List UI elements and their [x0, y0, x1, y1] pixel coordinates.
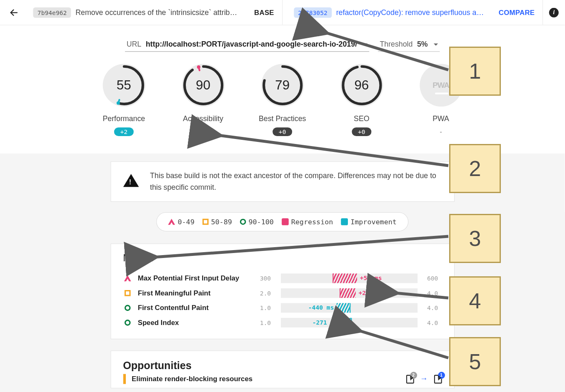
triangle-icon [124, 272, 131, 281]
legend-regression: Regression [291, 218, 333, 226]
opportunity-row[interactable]: Eliminate render-blocking resources 2 → … [123, 372, 442, 386]
gauge-delta: +2 [114, 127, 134, 136]
square-icon [202, 219, 209, 225]
gauge-delta: +0 [352, 127, 371, 136]
svg-line-3 [118, 100, 119, 103]
metric-high: 600 [423, 275, 442, 282]
badge-count: 2 [410, 372, 417, 379]
compare-commit[interactable]: 2f783052 refactor(CopyCode): remove supe… [282, 0, 543, 25]
metric-row[interactable]: First Contentful Paint 1.0 -440 ms 4.0 [123, 300, 442, 315]
metric-delta: +56 ms [360, 274, 382, 281]
metric-high: 4.0 [423, 305, 442, 312]
gauge-seo[interactable]: 96SEO+0 [338, 64, 385, 136]
legend: 0-49 50-89 90-100 Regression Improvement [156, 212, 408, 231]
topbar: 7b94e962 Remove occurrences of the `intr… [0, 0, 565, 25]
metric-delta: -271 ms [312, 319, 338, 326]
metric-row[interactable]: First Meaningful Paint 2.0 +209 ms 4.0 [123, 286, 442, 301]
triangle-icon [168, 215, 175, 225]
legend-0-49: 0-49 [178, 218, 194, 226]
gauge-score: 55 [117, 78, 131, 93]
warning-icon [123, 166, 139, 187]
gauge-delta: -8 [193, 127, 213, 136]
threshold-value: 5% [417, 40, 428, 49]
svg-line-6 [198, 67, 199, 70]
metric-name: Max Potential First Input Delay [138, 274, 250, 282]
square-icon [124, 290, 130, 296]
metric-delta: -440 ms [308, 304, 334, 311]
metric-low: 300 [256, 275, 275, 282]
gauge-delta: - [433, 127, 449, 136]
gauge-best-practices[interactable]: 79Best Practices+0 [258, 64, 306, 136]
metric-bar: +56 ms [281, 273, 418, 283]
notice-text: This base build is not the exact ancesto… [150, 171, 442, 193]
badge-count: 1 [438, 372, 445, 379]
gauge-label: PWA [432, 114, 449, 123]
metrics-card: Metrics Max Potential First Input Delay … [110, 243, 455, 339]
info-icon[interactable]: i [549, 7, 559, 17]
metric-high: 4.0 [423, 290, 442, 297]
url-value: http://localhost:PORT/javascript-and-goo… [146, 40, 357, 49]
chevron-down-icon [434, 43, 438, 47]
gauge-performance[interactable]: 55Performance+2 [100, 64, 148, 136]
circle-icon [124, 305, 130, 311]
square-icon [123, 374, 125, 384]
metric-name: First Contentful Paint [138, 304, 250, 312]
threshold-label: Threshold [380, 40, 412, 49]
metric-low: 1.0 [256, 319, 275, 326]
metric-low: 2.0 [256, 290, 275, 297]
metric-name: Speed Index [138, 319, 250, 327]
metric-row[interactable]: Speed Index 1.0 -271 ms 4.0 [123, 315, 442, 330]
regression-swatch [282, 218, 289, 226]
opportunities-title: Opportunities [123, 360, 442, 372]
score-gauges: 55Performance+290Accessibility-879Best P… [0, 64, 565, 136]
legend-improvement: Improvement [350, 218, 397, 226]
improvement-swatch [341, 218, 348, 226]
gauge-score: 90 [196, 78, 210, 93]
gauge-score: 79 [275, 78, 290, 93]
compare-hash: 2f783052 [294, 7, 332, 17]
gauge-accessibility[interactable]: 90Accessibility-8 [179, 64, 227, 136]
base-hash: 7b94e962 [33, 7, 71, 17]
open-report-icon[interactable]: 1 [434, 375, 442, 383]
circle-icon [240, 219, 246, 225]
threshold-selector[interactable]: Threshold 5% [378, 40, 440, 52]
gauge-score: 96 [354, 78, 369, 93]
metric-bar: -271 ms [281, 318, 418, 327]
url-selector[interactable]: URL http://localhost:PORT/javascript-and… [125, 40, 370, 52]
pwa-icon: PWA [432, 81, 449, 90]
chevron-down-icon [363, 43, 368, 47]
metrics-title: Metrics [123, 253, 442, 264]
gauge-label: Accessibility [183, 114, 223, 123]
legend-50-89: 50-89 [211, 218, 232, 226]
metric-bar: -440 ms [281, 303, 418, 313]
metric-low: 1.0 [256, 305, 275, 312]
opportunities-card: Opportunities Eliminate render-blocking … [110, 350, 455, 388]
metric-bar: +209 ms [281, 288, 418, 298]
notice-card: This base build is not the exact ancesto… [110, 161, 455, 202]
url-label: URL [127, 40, 142, 49]
open-report-icon[interactable]: 2 [406, 375, 414, 383]
gauge-label: Performance [102, 114, 145, 123]
compare-message: refactor(CopyCode): remove superfluous a… [336, 8, 495, 17]
gauge-delta: +0 [272, 127, 292, 136]
gauge-label: Best Practices [259, 114, 306, 123]
compare-role: COMPARE [499, 8, 535, 16]
legend-90-100: 90-100 [248, 218, 273, 226]
metric-row[interactable]: Max Potential First Input Delay 300 +56 … [123, 271, 442, 286]
metric-delta: +209 ms [359, 289, 385, 296]
metric-high: 4.0 [423, 319, 442, 326]
base-commit[interactable]: 7b94e962 Remove occurrences of the `intr… [22, 0, 282, 25]
back-button[interactable] [6, 5, 22, 20]
opportunity-name: Eliminate render-blocking resources [132, 375, 400, 383]
base-message: Remove occurrences of the `intrinsicsize… [75, 8, 250, 17]
base-role: BASE [254, 8, 274, 16]
circle-icon [124, 320, 130, 326]
gauge-pwa[interactable]: PWAPWA- [417, 64, 465, 136]
metric-name: First Meaningful Paint [138, 289, 250, 297]
gauge-label: SEO [354, 114, 370, 123]
arrow-right-icon: → [420, 375, 428, 384]
